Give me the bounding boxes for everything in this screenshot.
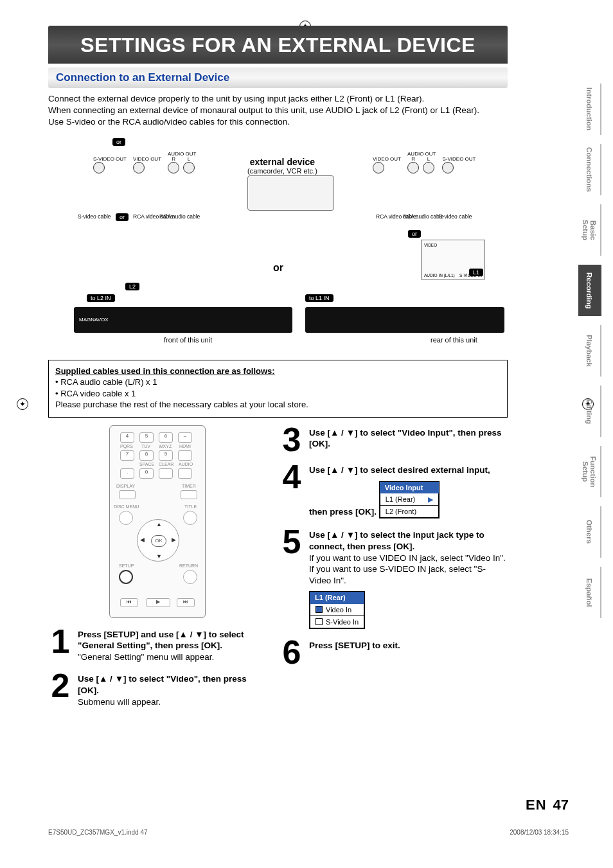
key-sub: PQRS (120, 444, 133, 448)
step-number: 1 (48, 627, 73, 663)
to-l2-label: to L2 IN (87, 294, 115, 302)
arrow-right-icon: ▶ (172, 536, 176, 543)
tab-basic-setup: Basic Setup (578, 204, 601, 256)
key-blank (178, 450, 192, 461)
supplied-item: • RCA video cable x 1 (55, 388, 501, 400)
key-5: 5 (139, 432, 154, 443)
step-number: 4 (280, 463, 304, 518)
intro-paragraph: Connect the external device properly to … (48, 93, 508, 128)
arrow-down-icon: ▼ (156, 553, 162, 560)
video-jack-icon (133, 162, 145, 173)
rear-unit-illustration (305, 307, 504, 333)
jack-label: VIDEO OUT (373, 157, 401, 162)
lang-code: EN (526, 797, 547, 813)
intro-line: Connect the external device properly to … (48, 93, 508, 105)
step-sub: If you want to use S-VIDEO IN jack, sele… (309, 563, 508, 586)
key-sub: SPACE (139, 462, 154, 466)
supplied-cables-box: Supplied cables used in this connection … (48, 360, 508, 418)
imprint-date: 2008/12/03 18:34:15 (510, 829, 569, 836)
tab-recording: Recording (578, 265, 601, 316)
key-sub: RETURN (179, 563, 198, 568)
key-dot: . (120, 468, 134, 479)
key-blank (178, 468, 192, 479)
intro-line: Use S-video or the RCA audio/video cable… (48, 116, 508, 128)
external-device-label: external device (camcorder, VCR etc.) (247, 157, 317, 175)
audio-jack-icon (407, 162, 419, 173)
audio-jack-icon (183, 162, 195, 173)
step-sub: If you want to use VIDEO IN jack, select… (309, 553, 508, 564)
menu-header: Video Input (380, 482, 439, 493)
key-sub: SETUP (119, 563, 134, 568)
step-sub: "General Setting" menu will appear. (78, 651, 267, 663)
step-number: 5 (280, 527, 304, 629)
tab-editing: Editing (578, 385, 601, 437)
menu-item: Video In (326, 606, 351, 614)
l1-rear-menu: L1 (Rear) Video In S-Video In (309, 591, 365, 629)
key-9: 9 (159, 450, 173, 461)
select-indicator-icon: ▶ (428, 495, 433, 504)
menu-row: Video In (310, 604, 364, 616)
supplied-item: • RCA audio cable (L/R) x 1 (55, 376, 501, 388)
rear-panel-label: VIDEO (424, 243, 437, 247)
key-sub: AUDIO (179, 462, 193, 466)
front-unit-illustration: MAGNAVOX (74, 307, 292, 333)
step-text: Press [SETUP] to exit. (309, 641, 400, 650)
svideo-jack-icon (93, 162, 105, 173)
page-number: 47 (553, 797, 569, 813)
imprint-file: E7S50UD_ZC357MGX_v1.indd 47 (48, 829, 148, 836)
ext-device-sub: (camcorder, VCR etc.) (247, 167, 317, 175)
tab-espanol: Español (578, 567, 601, 618)
key-sub: WXYZ (159, 444, 172, 448)
cable-label: S-video cable (439, 214, 472, 220)
jack-label: S-VIDEO OUT (442, 157, 475, 162)
audio-jack-icon (423, 162, 434, 173)
key-6: 6 (159, 432, 173, 443)
tab-introduction: Introduction (578, 84, 601, 135)
remote-illustration: 4 5 6 – PQRS TUV WXYZ HDMI 7 8 9 SPACE C… (109, 425, 206, 618)
key-sub: DISPLAY (116, 484, 135, 488)
menu-row: L1 (Rear) ▶ (380, 493, 438, 505)
menu-row: S-Video In (310, 616, 364, 628)
arrow-up-icon: ▲ (156, 521, 162, 527)
key-0: 0 (139, 468, 154, 479)
key-next: ⏭ (177, 598, 195, 607)
jack-label: S-VIDEO OUT (93, 157, 127, 162)
connection-diagram: or or or external device (camcorder, VCR… (48, 140, 508, 352)
step-number: 6 (280, 638, 304, 666)
cable-label: RCA audio cable (403, 214, 443, 220)
jack-label: VIDEO OUT (133, 157, 161, 162)
page-container: Introduction Connections Basic Setup Rec… (48, 26, 569, 716)
key-sub: TUV (141, 444, 150, 448)
or-badge: or (112, 138, 125, 146)
section-heading: Connection to an External Device (48, 67, 508, 88)
camcorder-icon (247, 175, 334, 211)
arrow-left-icon: ◀ (140, 536, 145, 543)
audio-jack-icon (168, 162, 179, 173)
key-dash: – (178, 432, 192, 443)
step-text: Use [▲ / ▼] to select the input jack typ… (309, 530, 484, 551)
menu-item: S-Video In (326, 618, 359, 626)
key-sub: TIMER (182, 484, 196, 488)
checkbox-icon (315, 618, 323, 625)
jack-label: R (168, 157, 179, 162)
key-disc-menu (119, 511, 133, 525)
key-blank (159, 468, 173, 479)
l2-badge: L2 (125, 283, 139, 290)
step-number: 2 (48, 671, 73, 707)
jack-label: L (183, 157, 195, 162)
jack-label: L (423, 157, 434, 162)
step-number: 3 (280, 425, 304, 454)
imprint-footer: E7S50UD_ZC357MGX_v1.indd 47 2008/12/03 1… (48, 829, 569, 836)
key-7: 7 (120, 450, 134, 461)
dpad-icon: ▲ ▼ ◀ ▶ OK (137, 519, 179, 562)
tab-connections: Connections (578, 144, 601, 195)
rear-panel-label: AUDIO IN (L/L1) (424, 273, 455, 278)
key-8: 8 (139, 450, 154, 461)
key-sub: CLEAR (159, 462, 173, 466)
step-text: Use [▲ / ▼] to select "Video Input", the… (309, 428, 502, 449)
intro-line: When connecting an external device of mo… (48, 105, 508, 116)
key-timer (181, 490, 197, 499)
key-sub: TITLE (184, 504, 197, 509)
key-title (183, 511, 197, 525)
video-input-menu: Video Input L1 (Rear) ▶ L2 (Front) (379, 481, 440, 519)
